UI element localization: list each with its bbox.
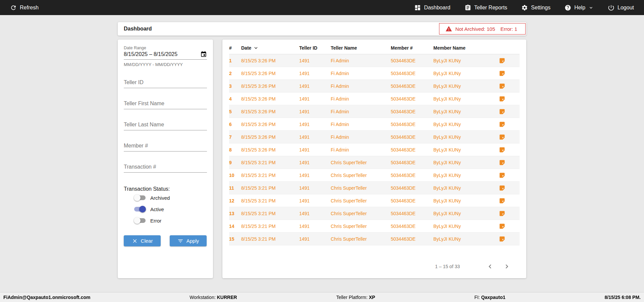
table-row[interactable]: 128/15/25 3:21 PM1491Chris SuperTeller50… (229, 194, 520, 207)
table-row[interactable]: 98/15/25 3:21 PM1491Chris SuperTeller503… (229, 156, 520, 169)
date-range-label: Date Range (124, 46, 207, 50)
nav-logout[interactable]: Logout (608, 4, 634, 11)
member-number-input[interactable] (124, 143, 207, 152)
row-note-button[interactable] (499, 146, 520, 153)
column-header-teller-id[interactable]: Teller ID (299, 45, 331, 51)
cell-member_num: 5034463DE (391, 122, 433, 127)
column-header-num[interactable]: # (229, 45, 241, 51)
table-row[interactable]: 158/15/25 3:21 PM1491Chris SuperTeller50… (229, 233, 520, 245)
cell-date: 8/15/25 3:26 PM (241, 134, 299, 140)
row-note-button[interactable] (499, 236, 520, 242)
table-row[interactable]: 78/15/25 3:26 PM1491Fi Admin5034463DEByL… (229, 131, 520, 143)
table-row[interactable]: 118/15/25 3:21 PM1491Chris SuperTeller50… (229, 182, 520, 194)
table-row[interactable]: 108/15/25 3:21 PM1491Chris SuperTeller50… (229, 169, 520, 182)
cell-member_num: 5034463DE (391, 224, 433, 229)
cell-date: 8/15/25 3:26 PM (241, 96, 299, 102)
row-note-button[interactable] (499, 70, 520, 77)
status-alert-badge[interactable]: Not Archived: 105 Error: 1 (439, 23, 526, 35)
cell-teller_name: Chris SuperTeller (331, 160, 391, 165)
filter-icon (177, 238, 183, 244)
table-row[interactable]: 88/15/25 3:26 PM1491Fi Admin5034463DEByL… (229, 143, 520, 156)
not-archived-count: Not Archived: 105 (455, 26, 495, 32)
row-note-button[interactable] (499, 185, 520, 191)
cell-num: 10 (229, 173, 241, 178)
nav-help[interactable]: Help (565, 4, 594, 11)
cell-date: 8/15/25 3:26 PM (241, 109, 299, 114)
page-header: Dashboard Not Archived: 105 Error: 1 (118, 22, 526, 36)
transaction-number-input[interactable] (124, 164, 207, 173)
cell-date: 8/15/25 3:26 PM (241, 71, 299, 76)
cell-member_name: ByLyJI KUNy (433, 134, 494, 140)
row-note-button[interactable] (499, 172, 520, 179)
table-row[interactable]: 138/15/25 3:21 PM1491Chris SuperTeller50… (229, 207, 520, 220)
table-row[interactable]: 48/15/25 3:26 PM1491Fi Admin5034463DEByL… (229, 93, 520, 105)
row-note-button[interactable] (499, 57, 520, 64)
column-header-teller-name[interactable]: Teller Name (331, 45, 391, 51)
table-row[interactable]: 68/15/25 3:26 PM1491Fi Admin5034463DEByL… (229, 118, 520, 131)
prev-page-button[interactable] (486, 262, 494, 270)
row-note-button[interactable] (499, 134, 520, 140)
date-range-input[interactable] (124, 51, 200, 57)
column-header-date[interactable]: Date (241, 45, 299, 51)
next-page-button[interactable] (503, 262, 511, 270)
cell-teller_id: 1491 (299, 109, 331, 114)
cell-member_num: 5034463DE (391, 134, 433, 140)
footer-workstation: Workstation: KURRER (190, 295, 237, 300)
toggle-active[interactable]: Active (134, 203, 207, 215)
nav-settings[interactable]: Settings (521, 4, 550, 11)
row-note-button[interactable] (499, 121, 520, 128)
cell-teller_id: 1491 (299, 71, 331, 76)
cell-num: 5 (229, 109, 241, 114)
toggle-error[interactable]: Error (134, 215, 207, 226)
cell-teller_id: 1491 (299, 58, 331, 63)
table-row[interactable]: 58/15/25 3:26 PM1491Fi Admin5034463DEByL… (229, 105, 520, 118)
cell-teller_name: Chris SuperTeller (331, 198, 391, 203)
table-header: # Date Teller ID Teller Name Member # Me… (229, 42, 520, 54)
cell-member_num: 5034463DE (391, 173, 433, 178)
toggle-archived[interactable]: Archived (134, 192, 207, 203)
row-note-button[interactable] (499, 96, 520, 102)
table-row[interactable]: 28/15/25 3:26 PM1491Fi Admin5034463DEByL… (229, 67, 520, 80)
row-note-button[interactable] (499, 210, 520, 217)
help-icon (565, 4, 571, 11)
pagination: 1 – 15 of 33 (229, 255, 520, 278)
cell-teller_id: 1491 (299, 211, 331, 216)
chevron-left-icon (486, 262, 494, 270)
calendar-button[interactable] (200, 51, 207, 58)
note-icon (499, 172, 505, 179)
column-header-member-name[interactable]: Member Name (433, 45, 494, 51)
refresh-button[interactable]: Refresh (10, 4, 39, 11)
date-format-hint: MM/DD/YYYY - MM/DD/YYYY (124, 62, 207, 67)
row-note-button[interactable] (499, 197, 520, 204)
cell-num: 11 (229, 185, 241, 191)
note-icon (499, 96, 505, 102)
footer-datetime: 8/15/25 6:08 PM. (605, 295, 641, 300)
row-note-button[interactable] (499, 83, 520, 89)
teller-last-name-input[interactable] (124, 122, 207, 130)
table-row[interactable]: 18/15/25 3:26 PM1491Fi Admin5034463DEByL… (229, 54, 520, 67)
archived-switch[interactable] (134, 194, 146, 201)
active-switch[interactable] (134, 206, 146, 213)
cell-member_name: ByLyJI KUNy (433, 109, 494, 114)
error-switch[interactable] (134, 217, 146, 224)
teller-id-input[interactable] (124, 79, 207, 88)
row-note-button[interactable] (499, 223, 520, 230)
column-header-member-num[interactable]: Member # (391, 45, 433, 51)
table-row[interactable]: 148/15/25 3:21 PM1491Chris SuperTeller50… (229, 220, 520, 233)
cell-teller_id: 1491 (299, 134, 331, 140)
cell-member_name: ByLyJI KUNy (433, 224, 494, 229)
cell-date: 8/15/25 3:21 PM (241, 211, 299, 216)
row-note-button[interactable] (499, 108, 520, 115)
clear-button[interactable]: Clear (124, 235, 161, 246)
nav-dashboard[interactable]: Dashboard (414, 4, 450, 11)
footer-user: FiAdmin@Qaxpauto1.onmicrosoft.com (3, 295, 90, 300)
nav-teller-reports[interactable]: Teller Reports (465, 4, 507, 11)
cell-teller_name: Fi Admin (331, 71, 391, 76)
apply-button[interactable]: Apply (170, 235, 207, 246)
teller-first-name-input[interactable] (124, 101, 207, 109)
cell-teller_name: Fi Admin (331, 109, 391, 114)
chevron-down-icon (588, 5, 594, 10)
table-row[interactable]: 38/15/25 3:26 PM1491Fi Admin5034463DEByL… (229, 80, 520, 93)
cell-teller_name: Chris SuperTeller (331, 185, 391, 191)
row-note-button[interactable] (499, 159, 520, 166)
